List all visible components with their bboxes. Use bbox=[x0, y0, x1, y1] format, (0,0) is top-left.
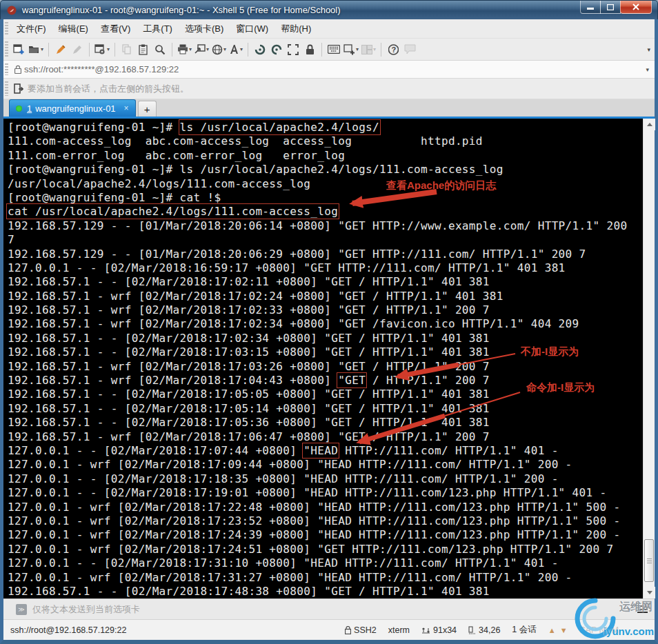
session-tab[interactable]: 1 wangruifenglinux-01 × bbox=[9, 99, 136, 117]
address-dropdown-icon[interactable]: ▾ bbox=[646, 66, 649, 73]
compose-input[interactable]: 仅将文本发送到当前选项卡 bbox=[32, 603, 627, 616]
toolbar: ▾ ▾ ▾ ▾ ▾ ▾ ▾ ▾ ? bbox=[3, 39, 655, 61]
terminal-line: 192.168.57.129 - - [01/Mar/2018:20:06:29… bbox=[8, 248, 643, 261]
window-controls bbox=[581, 1, 652, 14]
open-dropdown-icon[interactable]: ▾ bbox=[41, 46, 43, 52]
compose-bar: ≫ 仅将文本发送到当前选项卡 ▾ bbox=[3, 598, 655, 619]
compose-mode-icon[interactable]: ≫ bbox=[16, 604, 27, 615]
find-icon[interactable] bbox=[152, 41, 168, 58]
terminal-line: 127.0.0.1 - - [02/Mar/2018:17:31:10 +080… bbox=[8, 556, 643, 570]
tab-title: wangruifenglinux-01 bbox=[35, 103, 115, 114]
terminal-line: [root@wangruifeng-01 ~]# cat !$ bbox=[8, 191, 643, 205]
new-tab-button[interactable]: + bbox=[138, 101, 157, 117]
terminal-line: 127.0.0.1 - wrf [02/Mar/2018:17:24:39 +0… bbox=[8, 528, 643, 542]
toolbar-grip bbox=[5, 41, 8, 57]
open-session-icon[interactable]: ▾ bbox=[27, 41, 45, 58]
menu-item[interactable]: 窗口(W) bbox=[230, 20, 275, 38]
new-terminal-icon[interactable]: ▾ bbox=[342, 41, 360, 58]
compose-left-icon[interactable] bbox=[252, 41, 268, 58]
watermark-logo: 运维网 iyunv.com bbox=[574, 592, 655, 641]
terminal-line: 127.0.0.1 - - [02/Mar/2018:17:19:01 +080… bbox=[8, 486, 643, 500]
disconnect-icon bbox=[69, 41, 86, 58]
terminal-line: 111.com-error_log abc.com-error_log erro… bbox=[8, 149, 643, 163]
annotation-box: "HEAD bbox=[303, 444, 338, 457]
terminal-line: 127.0.0.1 - wrf [02/Mar/2018:17:31:27 +0… bbox=[8, 571, 643, 585]
info-bar-text: 要添加当前会话，点击左侧的箭头按钮。 bbox=[28, 83, 189, 95]
arrow-down-icon[interactable]: ▼ bbox=[560, 626, 568, 634]
close-button[interactable] bbox=[620, 1, 652, 14]
terminal-line: 127.0.0.1 - wrf [02/Mar/2018:17:24:51 +0… bbox=[8, 543, 643, 556]
copy-icon bbox=[119, 41, 135, 58]
web-dropdown-icon[interactable]: ▾ bbox=[223, 46, 226, 52]
terminal-scrollbar[interactable] bbox=[643, 119, 655, 598]
terminal-line: 192.168.57.1 - wrf [02/Mar/2018:17:02:33… bbox=[8, 303, 643, 317]
status-session-count: 1 会话 bbox=[512, 624, 536, 636]
terminal-line: 192.168.57.1 - - [02/Mar/2018:17:02:34 +… bbox=[8, 332, 643, 345]
compose-right-icon[interactable] bbox=[268, 41, 285, 58]
new-terminal-dropdown-icon[interactable]: ▾ bbox=[356, 46, 359, 52]
watermark-text-cn: 运维网 bbox=[619, 600, 652, 614]
terminal-line: 127.0.0.1 - - [02/Mar/2018:16:59:17 +080… bbox=[8, 261, 643, 275]
status-protocol: SSH2 bbox=[345, 625, 377, 635]
terminal-line: 192.168.57.1 - - [02/Mar/2018:17:05:36 +… bbox=[8, 416, 643, 430]
terminal-line: 127.0.0.1 - wrf [02/Mar/2018:17:22:48 +0… bbox=[8, 501, 643, 514]
address-bar[interactable]: ssh://root:*********@192.168.57.129:22 ▾ bbox=[3, 61, 655, 79]
font-icon[interactable]: ▾ bbox=[228, 41, 244, 58]
xshell-app-icon bbox=[6, 5, 17, 16]
print-dropdown-icon[interactable]: ▾ bbox=[189, 46, 192, 52]
menu-item[interactable]: 编辑(E) bbox=[52, 20, 94, 38]
terminal-area: [root@wangruifeng-01 ~]# ls /usr/local/a… bbox=[3, 119, 655, 598]
connect-icon[interactable] bbox=[52, 41, 69, 58]
terminal-line: [root@wangruifeng-01 ~]# ls /usr/local/a… bbox=[8, 121, 643, 134]
resize-icon bbox=[421, 627, 430, 634]
properties-dropdown-icon[interactable]: ▾ bbox=[107, 46, 110, 52]
scroll-up-icon[interactable] bbox=[644, 119, 655, 130]
terminal-line: 127.0.0.1 - wrf [02/Mar/2018:17:23:52 +0… bbox=[8, 514, 643, 528]
session-properties-icon[interactable]: ▾ bbox=[93, 41, 111, 58]
annotation-box: cat /usr/local/apache2.4/logs/111.com-ac… bbox=[8, 205, 338, 218]
new-session-icon[interactable] bbox=[10, 41, 27, 58]
paste-icon[interactable] bbox=[135, 41, 152, 58]
status-cursor-position: 34,26 bbox=[468, 625, 500, 635]
menu-item[interactable]: 工具(T) bbox=[137, 20, 179, 38]
menu-item[interactable]: 帮助(H) bbox=[275, 20, 317, 38]
status-terminal-type: xterm bbox=[388, 625, 410, 635]
terminal-line: 192.168.57.1 - - [02/Mar/2018:17:48:38 +… bbox=[8, 585, 643, 598]
window-title: wangruifenglinux-01 - root@wangruifeng-0… bbox=[22, 5, 341, 15]
lock-icon[interactable] bbox=[301, 41, 318, 58]
terminal-line: 7 bbox=[8, 233, 643, 247]
layout-icon: ▾ bbox=[360, 41, 377, 58]
menu-item[interactable]: 查看(V) bbox=[94, 20, 137, 38]
terminal-line: /usr/local/apache2.4/logs/111.com-access… bbox=[8, 177, 643, 191]
tab-close-icon[interactable]: × bbox=[124, 103, 129, 113]
terminal-line: cat /usr/local/apache2.4/logs/111.com-ac… bbox=[8, 205, 643, 219]
terminal-line: 127.0.0.1 - wrf [02/Mar/2018:17:09:44 +0… bbox=[8, 458, 643, 472]
maximize-button[interactable] bbox=[600, 1, 621, 14]
arrow-up-icon[interactable]: ▲ bbox=[548, 626, 556, 634]
svg-text:?: ? bbox=[391, 46, 396, 54]
print-icon[interactable]: ▾ bbox=[176, 41, 193, 58]
menu-item[interactable]: 文件(F) bbox=[10, 20, 52, 38]
terminal-line: 192.168.57.1 - wrf [02/Mar/2018:17:03:26… bbox=[8, 360, 643, 374]
terminal-line: [root@wangruifeng-01 ~]# ls /usr/local/a… bbox=[8, 163, 643, 177]
status-bar: ssh://root@192.168.57.129:22 SSH2 xterm … bbox=[3, 619, 655, 640]
capture-icon[interactable]: ▾ bbox=[193, 41, 210, 58]
cursor-position-icon bbox=[468, 626, 476, 634]
status-size: 91x34 bbox=[421, 625, 457, 635]
address-input[interactable]: ssh://root:*********@192.168.57.129:22 bbox=[24, 64, 646, 74]
toolbar-overflow-icon[interactable]: ▾ bbox=[647, 46, 650, 53]
minimize-button[interactable] bbox=[580, 1, 601, 14]
fullscreen-icon[interactable] bbox=[285, 41, 301, 58]
menu-item[interactable]: 选项卡(B) bbox=[179, 20, 230, 38]
help-icon[interactable]: ? bbox=[385, 41, 401, 58]
terminal-output[interactable]: [root@wangruifeng-01 ~]# ls /usr/local/a… bbox=[3, 119, 643, 598]
terminal-line: 192.168.57.1 - wrf [02/Mar/2018:17:04:43… bbox=[8, 374, 643, 388]
add-session-icon[interactable] bbox=[13, 83, 23, 94]
web-browser-icon[interactable]: ▾ bbox=[210, 41, 228, 58]
scrollbar-thumb[interactable] bbox=[644, 539, 654, 582]
layout-dropdown-icon: ▾ bbox=[373, 46, 376, 52]
keyboard-icon[interactable] bbox=[326, 41, 342, 58]
capture-dropdown-icon[interactable]: ▾ bbox=[206, 46, 209, 52]
font-dropdown-icon[interactable]: ▾ bbox=[240, 46, 243, 52]
tooltip-icon bbox=[401, 41, 418, 58]
